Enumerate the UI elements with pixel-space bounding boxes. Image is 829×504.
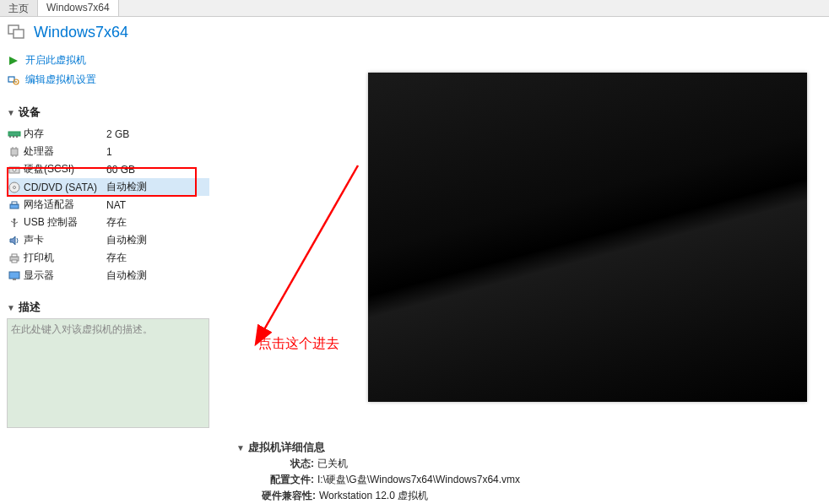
device-name: 网络适配器 (24, 198, 106, 212)
vm-details-header[interactable]: ▼ 虚拟机详细信息 (236, 440, 520, 455)
device-name: 内存 (24, 127, 106, 141)
description-input[interactable]: 在此处键入对该虚拟机的描述。 (7, 318, 209, 428)
device-row-memory[interactable]: 内存 2 GB (7, 125, 209, 143)
vm-header: Windows7x64 (0, 17, 829, 47)
svg-point-16 (13, 168, 16, 171)
printer-icon (7, 252, 22, 265)
svg-rect-9 (16, 136, 18, 138)
svg-rect-8 (13, 136, 14, 138)
device-name: CD/DVD (SATA) (24, 182, 106, 193)
detail-label: 硬件兼容性: (262, 489, 316, 503)
vm-details-title: 虚拟机详细信息 (248, 440, 325, 455)
description-section: ▼ 描述 在此处键入对该虚拟机的描述。 (7, 300, 209, 428)
sidebar: 开启此虚拟机 编辑虚拟机设置 ▼ 设备 (0, 47, 216, 504)
svg-marker-2 (9, 57, 18, 65)
device-row-usb[interactable]: USB 控制器 存在 (7, 214, 209, 231)
device-value: 存在 (106, 251, 127, 265)
detail-label: 状态: (262, 457, 314, 471)
device-row-display[interactable]: 显示器 自动检测 (7, 267, 209, 285)
settings-icon (7, 74, 20, 86)
cpu-icon (7, 145, 22, 159)
svg-rect-30 (13, 279, 16, 280)
svg-rect-27 (12, 254, 17, 257)
triangle-down-icon: ▼ (7, 108, 15, 117)
devices-header[interactable]: ▼ 设备 (7, 105, 209, 122)
device-name: 声卡 (24, 233, 106, 247)
device-name: USB 控制器 (24, 215, 106, 230)
display-icon (7, 269, 22, 283)
memory-icon (7, 127, 22, 141)
device-value: 存在 (106, 215, 127, 230)
tab-home[interactable]: 主页 (0, 0, 38, 16)
device-list: 内存 2 GB 处理器 1 硬盘(SCSI) 60 GB (7, 125, 209, 285)
device-value: 60 GB (106, 164, 135, 176)
description-title: 描述 (19, 300, 41, 315)
device-row-sound[interactable]: 声卡 自动检测 (7, 231, 209, 249)
device-row-cddvd[interactable]: CD/DVD (SATA) 自动检测 (7, 178, 209, 196)
edit-settings-link[interactable]: 编辑虚拟机设置 (7, 70, 209, 89)
svg-rect-10 (11, 149, 18, 155)
power-on-label: 开启此虚拟机 (25, 53, 86, 68)
device-value: 自动检测 (106, 180, 147, 194)
device-row-printer[interactable]: 打印机 存在 (7, 249, 209, 267)
main-panel: 点击这个进去 ▼ 虚拟机详细信息 状态: 已关机 配置文件: I:\硬盘\G盘\… (216, 47, 829, 504)
svg-rect-7 (9, 136, 11, 138)
device-name: 打印机 (24, 251, 106, 265)
detail-row-state: 状态: 已关机 (236, 457, 520, 471)
device-row-disk[interactable]: 硬盘(SCSI) 60 GB (7, 160, 209, 178)
sound-icon (7, 234, 22, 247)
device-row-network[interactable]: 网络适配器 NAT (7, 196, 209, 214)
svg-point-22 (14, 218, 16, 220)
vm-icon (7, 22, 27, 42)
cddvd-icon (7, 181, 22, 194)
detail-row-config: 配置文件: I:\硬盘\G盘\Windows7x64\Windows7x64.v… (236, 473, 520, 487)
disk-icon (7, 163, 22, 176)
device-name: 硬盘(SCSI) (24, 162, 106, 176)
svg-rect-19 (10, 204, 19, 209)
detail-value: 已关机 (317, 457, 348, 471)
description-header[interactable]: ▼ 描述 (7, 300, 209, 317)
detail-value: I:\硬盘\G盘\Windows7x64\Windows7x64.vmx (317, 473, 520, 487)
svg-marker-25 (10, 236, 15, 245)
tab-vm[interactable]: Windows7x64 (38, 0, 119, 16)
detail-value: Workstation 12.0 虚拟机 (319, 489, 428, 503)
svg-rect-28 (12, 260, 17, 263)
device-value: 2 GB (106, 128, 129, 140)
play-icon (7, 55, 20, 67)
vm-details-section: ▼ 虚拟机详细信息 状态: 已关机 配置文件: I:\硬盘\G盘\Windows… (236, 440, 520, 503)
triangle-down-icon: ▼ (7, 303, 15, 312)
device-value: 自动检测 (106, 233, 147, 247)
devices-title: 设备 (19, 105, 41, 120)
svg-point-5 (15, 81, 17, 83)
power-on-link[interactable]: 开启此虚拟机 (7, 51, 209, 70)
svg-rect-1 (14, 30, 24, 38)
device-name: 显示器 (24, 268, 106, 283)
detail-row-compat: 硬件兼容性: Workstation 12.0 虚拟机 (236, 489, 520, 503)
svg-rect-29 (9, 272, 19, 279)
vm-screen-preview[interactable] (368, 73, 807, 402)
device-value: 自动检测 (106, 268, 147, 283)
svg-rect-20 (12, 202, 17, 204)
triangle-down-icon: ▼ (236, 443, 245, 453)
tab-bar: 主页 Windows7x64 (0, 0, 829, 17)
svg-line-32 (257, 165, 358, 343)
annotation-arrow (198, 161, 366, 355)
device-value: NAT (106, 199, 126, 211)
page-title: Windows7x64 (34, 24, 128, 41)
usb-icon (7, 216, 22, 230)
detail-label: 配置文件: (262, 473, 314, 487)
device-name: 处理器 (24, 144, 106, 159)
device-value: 1 (106, 146, 112, 158)
network-icon (7, 198, 22, 212)
svg-point-18 (14, 186, 16, 188)
device-row-cpu[interactable]: 处理器 1 (7, 143, 209, 160)
edit-settings-label: 编辑虚拟机设置 (25, 73, 96, 87)
devices-section: ▼ 设备 内存 2 GB 处理器 1 (7, 105, 209, 285)
svg-rect-6 (8, 132, 20, 136)
annotation-text: 点击这个进去 (258, 335, 339, 353)
